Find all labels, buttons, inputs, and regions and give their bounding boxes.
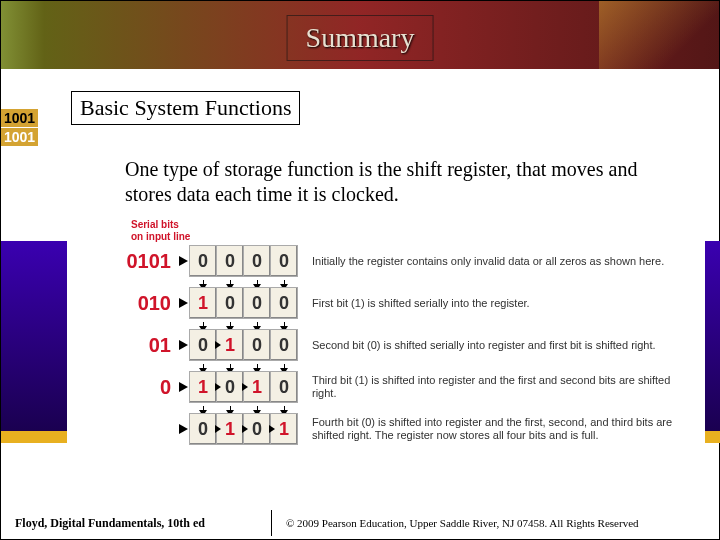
footer-right: © 2009 Pearson Education, Upper Saddle R… xyxy=(272,517,719,529)
arrow-right-icon xyxy=(215,383,221,391)
register-cell: 0 xyxy=(270,329,298,361)
arrow-right-icon xyxy=(242,383,248,391)
bg-number: 1001 xyxy=(1,109,38,127)
slide-title-box: Summary xyxy=(287,15,434,61)
register-cells: 1000 xyxy=(190,287,298,319)
register-row: 01010Third bit (1) is shifted into regis… xyxy=(125,368,695,406)
arrow-right-icon xyxy=(179,424,188,434)
register-cell: 0 xyxy=(216,287,244,319)
input-bits: 0101 xyxy=(125,250,177,273)
arrow-right-icon xyxy=(242,425,248,433)
register-cell: 1 xyxy=(189,371,217,403)
register-cell: 0 xyxy=(270,287,298,319)
slide: 1001 1001 Summary Basic System Functions… xyxy=(0,0,720,540)
register-cells: 1010 xyxy=(190,371,298,403)
serial-bits-label: Serial bits on input line xyxy=(131,219,695,242)
arrow-right-icon xyxy=(179,298,188,308)
register-cell: 1 xyxy=(189,287,217,319)
bg-number: 1001 xyxy=(1,128,38,146)
register-cell: 0 xyxy=(243,329,271,361)
content-card: Basic System Functions One type of stora… xyxy=(67,79,705,499)
subtitle: Basic System Functions xyxy=(71,91,300,125)
input-bits: 01 xyxy=(125,334,177,357)
register-cell: 0 xyxy=(189,413,217,445)
shift-register-figure: Serial bits on input line 01010000Initia… xyxy=(125,219,695,489)
register-row: 0101Fourth bit (0) is shifted into regis… xyxy=(125,410,695,448)
header-decoration xyxy=(599,1,719,69)
arrow-right-icon xyxy=(179,256,188,266)
arrow-right-icon xyxy=(215,341,221,349)
arrow-right-icon xyxy=(179,340,188,350)
register-cell: 0 xyxy=(216,245,244,277)
register-cell: 0 xyxy=(270,371,298,403)
register-cell: 0 xyxy=(243,245,271,277)
row-description: Third bit (1) is shifted into register a… xyxy=(298,374,695,399)
body-text: One type of storage function is the shif… xyxy=(125,157,665,207)
register-cell: 0 xyxy=(189,245,217,277)
input-bits: 0 xyxy=(125,376,177,399)
register-cells: 0101 xyxy=(190,413,298,445)
arrow-right-icon xyxy=(215,425,221,433)
register-row: 010100Second bit (0) is shifted serially… xyxy=(125,326,695,364)
row-description: Initially the register contains only inv… xyxy=(298,255,695,268)
register-row: 01010000Initially the register contains … xyxy=(125,242,695,280)
register-cell: 0 xyxy=(189,329,217,361)
register-cell: 0 xyxy=(270,245,298,277)
input-bits: 010 xyxy=(125,292,177,315)
arrow-right-icon xyxy=(179,382,188,392)
row-description: Second bit (0) is shifted serially into … xyxy=(298,339,695,352)
register-cells: 0100 xyxy=(190,329,298,361)
row-description: First bit (1) is shifted serially into t… xyxy=(298,297,695,310)
arrow-right-icon xyxy=(269,425,275,433)
register-cells: 0000 xyxy=(190,245,298,277)
register-row: 0101000First bit (1) is shifted serially… xyxy=(125,284,695,322)
footer-left: Floyd, Digital Fundamentals, 10th ed xyxy=(1,516,271,531)
slide-title: Summary xyxy=(306,22,415,53)
row-description: Fourth bit (0) is shifted into register … xyxy=(298,416,695,441)
register-cell: 0 xyxy=(243,287,271,319)
footer: Floyd, Digital Fundamentals, 10th ed © 2… xyxy=(1,507,719,539)
